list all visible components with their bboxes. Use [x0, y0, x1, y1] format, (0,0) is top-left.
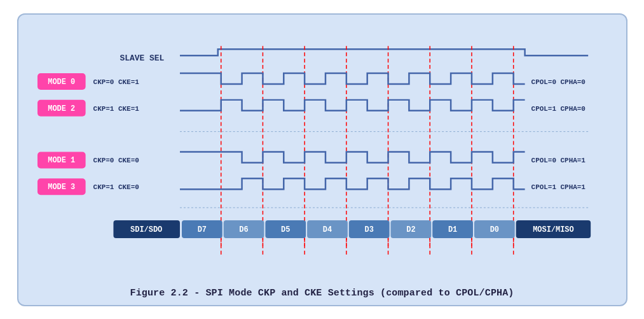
mode3-label: MODE 3: [48, 183, 75, 192]
d1-label: D1: [448, 225, 456, 234]
d6-label: D6: [239, 225, 248, 234]
mode1-wave: [179, 152, 524, 162]
d2-label: D2: [406, 225, 415, 234]
slave-sel-label: SLAVE SEL: [120, 53, 164, 63]
diagram-svg: SLAVE SEL MODE 0 CKP=0 CKE=1 CPOL=0 CP: [31, 26, 613, 281]
d7-label: D7: [197, 225, 206, 234]
d4-label: D4: [322, 225, 331, 234]
figure-caption: Figure 2.2 - SPI Mode CKP and CKE Settin…: [130, 288, 514, 299]
mode0-label: MODE 0: [48, 77, 75, 86]
main-container: SLAVE SEL MODE 0 CKP=0 CKE=1 CPOL=0 CP: [17, 13, 627, 306]
sdi-sdo-label: SDI/SDO: [130, 225, 162, 234]
mode1-right: CPOL=0 CPHA=1: [531, 157, 586, 164]
mode2-param: CKP=1 CKE=1: [93, 104, 139, 112]
mode1-label: MODE 1: [48, 156, 75, 165]
d0-label: D0: [490, 225, 498, 234]
mode2-wave: [179, 99, 524, 110]
mode1-param: CKP=0 CKE=0: [93, 157, 139, 164]
mode0-wave: [179, 73, 524, 84]
mode0-param: CKP=0 CKE=1: [93, 78, 139, 85]
mode3-right: CPOL=1 CPHA=1: [531, 183, 586, 191]
d5-label: D5: [281, 225, 290, 234]
mode0-right: CPOL=0 CPHA=0: [531, 78, 585, 85]
mode3-param: CKP=1 CKE=0: [93, 183, 139, 191]
mode2-right: CPOL=1 CPHA=0: [531, 104, 585, 112]
mode3-wave: [179, 178, 524, 189]
slave-sel-waveform: [179, 49, 587, 55]
d3-label: D3: [364, 225, 373, 234]
mosi-miso-label: MOSI/MISO: [533, 225, 573, 234]
diagram-area: SLAVE SEL MODE 0 CKP=0 CKE=1 CPOL=0 CP: [31, 26, 613, 281]
mode2-label: MODE 2: [48, 104, 75, 113]
